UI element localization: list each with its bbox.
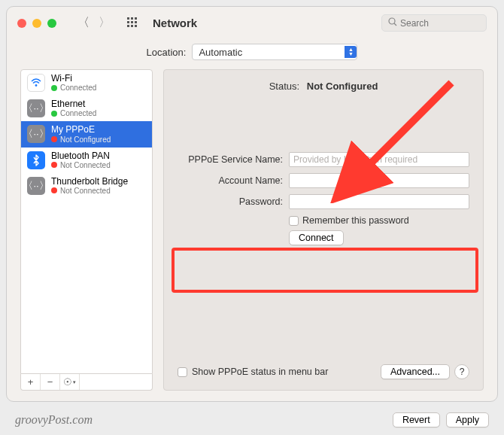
- svg-point-11: [35, 84, 38, 87]
- service-name: Wi-Fi: [51, 74, 96, 84]
- service-name: Thunderbolt Bridge: [51, 177, 128, 187]
- location-label: Location:: [147, 47, 187, 58]
- zoom-button[interactable]: [47, 19, 56, 28]
- location-select[interactable]: Automatic ▲▼: [192, 44, 357, 60]
- ethernet-icon: 〈··〉: [27, 177, 45, 195]
- status-dot: [51, 162, 57, 168]
- service-list[interactable]: Wi-Fi Connected 〈··〉 Ethernet Connected …: [20, 69, 153, 374]
- status-dot: [51, 85, 57, 91]
- service-name: Bluetooth PAN: [51, 151, 111, 161]
- status-row: Status: Not Configured: [178, 81, 469, 92]
- main-footer: Show PPPoE status in menu bar Advanced..…: [178, 364, 469, 379]
- account-name-input[interactable]: [289, 173, 469, 188]
- advanced-button[interactable]: Advanced...: [381, 364, 450, 379]
- account-name-row: Account Name:: [178, 173, 469, 188]
- main-panel: Status: Not Configured PPPoE Service Nam…: [163, 69, 484, 391]
- sidebar-item-thunderbolt[interactable]: 〈··〉 Thunderbolt Bridge Not Connected: [21, 173, 152, 199]
- remember-password-checkbox[interactable]: [289, 216, 299, 226]
- password-input[interactable]: [289, 194, 469, 209]
- svg-point-9: [389, 18, 395, 24]
- back-button[interactable]: 〈: [77, 15, 90, 31]
- add-service-button[interactable]: +: [21, 374, 41, 390]
- service-options-button[interactable]: ☉▾: [60, 374, 80, 390]
- service-status: Not Configured: [60, 135, 111, 144]
- search-field[interactable]: [381, 14, 487, 32]
- pppoe-service-input[interactable]: [289, 152, 469, 167]
- wifi-icon: [27, 74, 45, 92]
- pppoe-service-label: PPPoE Service Name:: [178, 154, 283, 165]
- svg-rect-3: [127, 21, 129, 23]
- ethernet-icon: 〈··〉: [27, 99, 45, 117]
- svg-rect-8: [135, 25, 137, 27]
- nav-buttons: 〈 〉: [77, 15, 111, 31]
- help-button[interactable]: ?: [454, 364, 469, 379]
- svg-rect-5: [135, 21, 137, 23]
- close-button[interactable]: [17, 19, 26, 28]
- service-sidebar: Wi-Fi Connected 〈··〉 Ethernet Connected …: [20, 69, 153, 391]
- window-title: Network: [153, 17, 197, 29]
- revert-button[interactable]: Revert: [393, 412, 440, 427]
- sidebar-item-bluetooth[interactable]: Bluetooth PAN Not Connected: [21, 148, 152, 173]
- forward-button[interactable]: 〉: [99, 15, 111, 31]
- page-footer: groovyPost.com Revert Apply: [0, 408, 504, 432]
- brand-watermark: groovyPost.com: [15, 413, 93, 427]
- account-name-label: Account Name:: [178, 175, 283, 186]
- service-status: Connected: [60, 84, 96, 92]
- svg-rect-7: [131, 25, 133, 27]
- password-row: Password:: [178, 194, 469, 209]
- svg-rect-4: [131, 21, 133, 23]
- status-label: Status:: [269, 81, 299, 92]
- svg-rect-1: [131, 17, 133, 20]
- preferences-window: 〈 〉 Network Location: Automatic ▲▼: [6, 6, 498, 402]
- service-status: Not Connected: [60, 161, 111, 169]
- status-dot: [51, 111, 57, 117]
- chevron-updown-icon: ▲▼: [345, 46, 357, 58]
- svg-line-10: [394, 23, 396, 26]
- connect-button[interactable]: Connect: [289, 230, 344, 245]
- show-all-icon[interactable]: [127, 17, 139, 29]
- status-value: Not Configured: [307, 81, 378, 92]
- annotation-highlight-box: [172, 248, 478, 293]
- location-row: Location: Automatic ▲▼: [7, 39, 497, 69]
- sidebar-footer-buttons: + − ☉▾: [20, 374, 153, 391]
- svg-rect-6: [127, 25, 129, 27]
- service-name: Ethernet: [51, 99, 96, 109]
- search-input[interactable]: [400, 18, 480, 29]
- apply-button[interactable]: Apply: [446, 412, 489, 427]
- remember-password-label: Remember this password: [302, 215, 409, 226]
- status-dot: [51, 136, 57, 142]
- sidebar-item-pppoe[interactable]: 〈··〉 My PPPoE Not Configured: [21, 121, 152, 147]
- titlebar: 〈 〉 Network: [7, 7, 497, 39]
- ethernet-icon: 〈··〉: [27, 125, 45, 143]
- show-status-checkbox[interactable]: [178, 367, 187, 377]
- remove-service-button[interactable]: −: [41, 374, 60, 390]
- sidebar-item-wifi[interactable]: Wi-Fi Connected: [21, 70, 152, 96]
- sidebar-item-ethernet[interactable]: 〈··〉 Ethernet Connected: [21, 96, 152, 121]
- status-dot: [51, 187, 57, 193]
- traffic-lights: [17, 19, 56, 28]
- service-name: My PPPoE: [51, 125, 111, 135]
- search-icon: [388, 17, 397, 29]
- bluetooth-icon: [27, 151, 45, 169]
- service-status: Not Connected: [60, 187, 111, 195]
- location-value: Automatic: [199, 47, 242, 58]
- password-label: Password:: [178, 196, 283, 207]
- minimize-button[interactable]: [32, 19, 41, 28]
- svg-rect-0: [127, 17, 129, 20]
- svg-rect-2: [135, 17, 137, 20]
- service-status: Connected: [60, 109, 96, 117]
- remember-password-row: Remember this password: [289, 215, 469, 226]
- pppoe-service-row: PPPoE Service Name:: [178, 152, 469, 167]
- show-status-label: Show PPPoE status in menu bar: [192, 367, 328, 377]
